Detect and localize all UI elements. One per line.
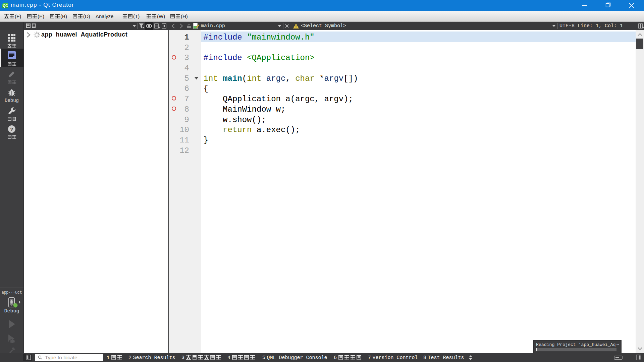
svg-text:QC: QC: [3, 4, 8, 8]
svg-text:?: ?: [10, 126, 13, 132]
